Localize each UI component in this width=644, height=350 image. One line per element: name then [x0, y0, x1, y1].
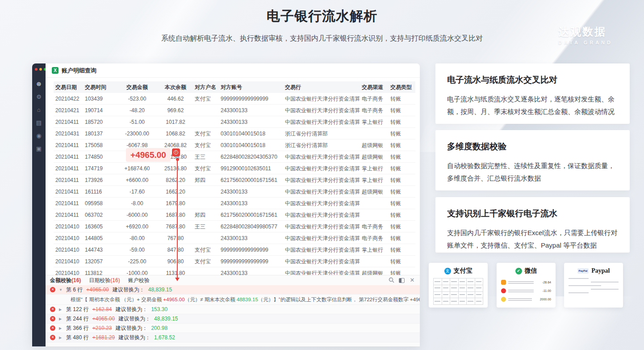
table-cell: 浙江省分行清算部 [283, 128, 360, 139]
chevron-right-icon[interactable]: ▶ [59, 308, 63, 312]
window-content: X 账户明细查询 交易日期交易时间交易金额本次余额对方户名对方账号交易行交易渠道… [46, 63, 420, 346]
table-cell: 7687.80 [158, 221, 193, 232]
close-window-button[interactable] [35, 68, 38, 71]
error-pointer-line [177, 159, 178, 278]
feature-body: 支持国内几千家银行的银行Excel流水，只需要上传银行对账单文件，支持微信、支付… [447, 227, 618, 252]
table-cell: 转账 [389, 209, 415, 221]
detail-correct-amount: 48839.15 [237, 297, 258, 302]
table-row[interactable]: 2021041117485030136.80王三6228480028204305… [54, 151, 415, 163]
apps-icon[interactable]: ⊛ [35, 80, 42, 88]
chevron-right-icon[interactable]: ▶ [59, 336, 63, 340]
table-cell: 中国农业银行天津分行资金清算中心 [283, 174, 360, 186]
table-cell: 6217560200001671561 [219, 174, 283, 186]
wechat-sample-list: -28.64-11.002000.00 [501, 278, 551, 304]
table-row[interactable]: 20210411173926+6600.008262.20郑四621756020… [54, 174, 415, 186]
table-row[interactable]: 20210411063702-6000.001687.80郑四621756020… [54, 209, 415, 221]
table-cell: 20210410 [54, 256, 83, 267]
table-cell: 9999999999999999 [219, 244, 283, 256]
sample-cell [434, 298, 442, 305]
table-cell: 063702 [83, 209, 116, 221]
table-cell: 144805 [83, 232, 116, 244]
wechat-merchant-placeholder [508, 297, 538, 302]
wechat-amount: 2000.00 [540, 298, 551, 301]
table-cell: -23000.00 [116, 128, 158, 139]
table-cell: 1679.80 [158, 198, 193, 209]
feature-title: 电子流水与纸质流水交叉比对 [447, 74, 618, 86]
search-icon[interactable] [388, 277, 394, 283]
table-cell: 20210421 [54, 105, 83, 116]
table-cell: 转账 [389, 232, 415, 244]
home-icon[interactable]: ⌂ [35, 106, 42, 114]
column-header: 对方户名 [193, 81, 219, 93]
document-tabbar: X 账户明细查询 [46, 63, 420, 78]
table-cell: 转账 [389, 151, 415, 163]
validation-rows: ✕▼第 6 行+4965.00建议替换为：48,839.15根据“【 期初本次余… [46, 285, 420, 342]
table-row[interactable]: 20210411095958-8.001679.80243300133中国农业银… [54, 198, 415, 209]
wechat-transaction-row: -11.00 [501, 287, 551, 295]
warning-badge-icon[interactable]: ! [172, 148, 180, 156]
feature-body: 自动校验数据完整性、连续性及重复性，保证数据质量，多维度合并、汇总银行流水数据 [447, 160, 618, 185]
table-cell: 20210410 [54, 232, 83, 244]
excel-file-icon: X [52, 67, 59, 74]
table-cell: 转账 [389, 221, 415, 232]
table-row[interactable]: 20210411161116-17.601662.20243300133中国农业… [54, 186, 415, 198]
validation-row[interactable]: ✕▼第 6 行+4965.00建议替换为：48,839.15 [46, 285, 420, 295]
table-row[interactable]: 20210410132057-225.00906.80支付宝9999999999… [54, 256, 415, 267]
validation-row[interactable]: ✕▶第 244 行+4965.00建议替换为：48,839.15 [46, 314, 420, 324]
detail-text: 根据“【 期初本次余额 （元）+ 交易金额 [71, 297, 163, 302]
table-row[interactable]: 20210410113812-1000.001131.80243300133中国… [54, 267, 415, 275]
table-row[interactable]: 20210411175058-6067.9824068.82支付宝0301010… [54, 139, 415, 151]
validation-row[interactable]: ✕▶第 366 行+210.23建议替换为：200.98 [46, 324, 420, 333]
table-cell: 中国农业银行天津分行资金清算中心 [283, 244, 360, 256]
sample-cell [475, 278, 484, 285]
minimize-window-button[interactable] [39, 68, 42, 71]
settings-icon[interactable]: ⚙ [35, 93, 42, 101]
validation-tab-日期校验[interactable]: 日期校验(16) [89, 277, 120, 284]
table-row[interactable]: 20210411185720-51.001017.82243300133中国农业… [54, 116, 415, 128]
table-cell: -80.00 [116, 232, 158, 244]
table-cell: 243300133 [219, 232, 283, 244]
table-row[interactable]: 20210410163605+6920.007687.80王三622848002… [54, 221, 415, 232]
chevron-right-icon[interactable]: ▶ [59, 317, 63, 321]
sample-cell [434, 292, 442, 299]
table-cell: 中国农业银行天津分行资金清算中心 [283, 209, 360, 221]
validation-tab-金额校验[interactable]: 金额校验(16) [50, 277, 81, 284]
table-cell [360, 198, 389, 209]
table-cell: 超级网银 [360, 139, 389, 151]
close-panel-icon[interactable]: ✕ [409, 277, 415, 283]
alipay-sample-table [433, 278, 483, 305]
table-cell: 173926 [83, 174, 116, 186]
table-row[interactable]: 20210421190714-48.20969.62243300133中国农业银… [54, 105, 415, 116]
archive-icon[interactable]: ▣ [35, 145, 42, 152]
wechat-merchant-placeholder [508, 280, 540, 285]
chevron-right-icon[interactable]: ▶ [59, 326, 63, 330]
table-row[interactable]: 20210422103439-523.00446.62支付宝9999999999… [54, 93, 415, 105]
lock-icon[interactable]: ◉ [35, 132, 42, 139]
tab-count: (16) [110, 277, 120, 283]
wechat-icon: ✔ [515, 268, 522, 274]
table-row[interactable]: 20210410144743-59.00847.80支付宝99999999999… [54, 244, 415, 256]
error-icon: ✕ [50, 335, 55, 340]
validation-tab-账户校验[interactable]: 账户校验 [128, 277, 150, 284]
table-cell: 电子商务 [360, 93, 389, 105]
table-row[interactable]: 20210431180137-23000.001068.82支付宝0301010… [54, 128, 415, 139]
table-row[interactable]: 20210410144805-80.00767.80243300133中国农业银… [54, 232, 415, 244]
validation-row[interactable]: ✕▶第 480 行+1681.29建议替换为：1,678.52 [46, 333, 420, 342]
column-header: 交易金额 [116, 81, 158, 93]
chevron-down-icon[interactable]: ▼ [59, 288, 63, 292]
document-icon[interactable]: ▤ [35, 119, 42, 127]
table-cell: 中国农业银行天津分行资金清算中心 [283, 163, 360, 174]
old-value: +162.84 [92, 306, 112, 312]
validation-toolbar: ✕ [388, 277, 415, 283]
page: 电子银行流水解析 系统自动解析电子流水、执行数据审核，支持国内几千家银行流水识别… [0, 0, 644, 350]
table-cell: 中国农业银行天津分行资金清算中心 [283, 198, 360, 209]
table-row[interactable]: 20210411174719+16874.6025136.80支付宝991290… [54, 163, 415, 174]
sample-cell [467, 278, 475, 285]
validation-row[interactable]: ✕▶第 122 行+162.84建议替换为：153.30 [46, 305, 420, 314]
table-cell: -523.00 [116, 93, 158, 105]
sample-cell [450, 278, 459, 285]
table-cell: 243300133 [219, 198, 283, 209]
table-cell: 20210411 [54, 174, 83, 186]
panel-layout-icon[interactable] [399, 278, 405, 283]
wechat-transaction-row: -28.64 [501, 278, 551, 287]
